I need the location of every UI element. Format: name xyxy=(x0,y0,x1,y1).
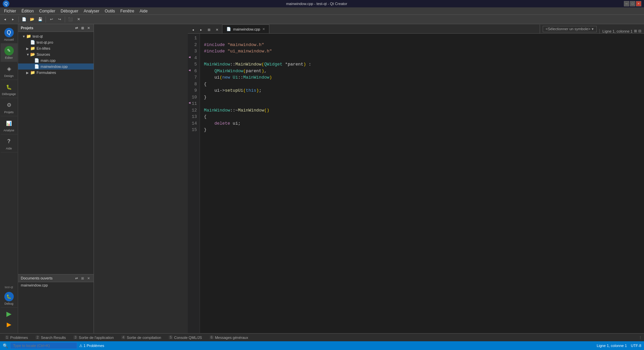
ln-10: 10 xyxy=(191,94,197,101)
tab-close-mainwindow[interactable]: ✕ xyxy=(262,27,265,31)
menu-compiler[interactable]: Compiler xyxy=(37,7,58,15)
undo-button[interactable]: ↩ xyxy=(48,16,55,23)
folder-icon-sources: 📂 xyxy=(30,52,35,57)
docs-close-icon[interactable]: ✕ xyxy=(86,276,91,280)
open-button[interactable]: 📂 xyxy=(29,16,36,23)
editor-tabs: ◂ ▸ ⊞ ✕ 📄 mainwindow.cpp ✕ <Sélectionner… xyxy=(188,24,644,34)
panel-sync-icon[interactable]: ⇄ xyxy=(74,26,79,30)
tab-label-console-qml: Console QML/JS xyxy=(174,336,202,340)
tab-close-button[interactable]: ✕ xyxy=(213,26,221,33)
sidebar-item-editer[interactable]: ✎ Éditer xyxy=(1,44,17,62)
tree-item-mainwindow-cpp[interactable]: ▶ 📄 mainwindow.cpp xyxy=(18,63,94,70)
project-tree: ▼ 📁 test-qt ▶ 📄 test-qt.pro ▶ 📁 En-têtes… xyxy=(18,32,94,274)
sidebar-item-accueil[interactable]: Q Accueil xyxy=(1,26,17,44)
tab-new-button[interactable]: ⊞ xyxy=(205,26,213,33)
close-editor-button[interactable]: ✕ xyxy=(75,16,82,23)
sidebar-item-debug-build[interactable]: 🐛 Debug xyxy=(1,290,17,308)
ln-15: 15 xyxy=(191,127,197,133)
build-project-label: test-qt xyxy=(1,285,17,290)
save-button[interactable]: 💾 xyxy=(37,16,44,23)
locate-input[interactable] xyxy=(10,342,77,349)
tree-item-main-cpp[interactable]: ▶ 📄 main.cpp xyxy=(18,57,94,63)
bottom-tab-messages[interactable]: 6 Messages généraux xyxy=(206,334,252,341)
sidebar-item-analyse[interactable]: 📊 Analyse xyxy=(1,116,17,134)
menu-analyser[interactable]: Analyser xyxy=(81,7,102,15)
sidebar-item-projets[interactable]: ⚙ Projets xyxy=(1,98,17,116)
menu-edition[interactable]: Édition xyxy=(19,7,37,15)
menu-outils[interactable]: Outils xyxy=(102,7,118,15)
layout-icon: ⊟ xyxy=(638,29,641,33)
ln-1: 1 xyxy=(191,35,197,42)
tree-arrow-sources: ▼ xyxy=(26,53,30,56)
tree-arrow-root: ▼ xyxy=(22,35,26,38)
sidebar-item-debug[interactable]: 🐛 Débogage xyxy=(1,80,17,98)
left-panel: Projets ⇄ ⊞ ✕ ▼ 📁 test-qt ▶ 📄 test-qt.pr… xyxy=(18,24,94,341)
code-line-9: } xyxy=(204,95,207,100)
sidebar-item-aide[interactable]: ? Aide xyxy=(1,134,17,152)
run-debug-button[interactable]: ▶ xyxy=(4,320,14,329)
forward-button[interactable]: ▸ xyxy=(9,16,17,23)
tab-forward-button[interactable]: ▸ xyxy=(197,26,205,33)
analyse-icon: 📊 xyxy=(4,119,14,128)
bottom-tab-sortie-app[interactable]: 3 Sortie de l'application xyxy=(70,334,117,341)
tab-num-1: 1 xyxy=(5,336,9,339)
docs-split-icon[interactable]: ⊞ xyxy=(80,276,85,280)
bottom-tab-problemes[interactable]: 1 Problèmes xyxy=(1,334,32,341)
back-button[interactable]: ◂ xyxy=(1,16,9,23)
symbol-selector[interactable]: <Sélectionner un symbole> ▾ xyxy=(543,26,597,32)
bottom-tab-search-results[interactable]: 2 Search Results xyxy=(32,334,69,341)
status-problems-count: 1 Problèmes xyxy=(84,344,104,348)
tab-label-problemes: Problèmes xyxy=(10,336,28,340)
menubar: Fichier Édition Compiler Déboguer Analys… xyxy=(0,7,644,15)
code-line-7: { xyxy=(204,82,207,87)
sidebar-item-design[interactable]: ◈ Design xyxy=(1,62,17,80)
sidebar-label-analyse: Analyse xyxy=(3,129,14,132)
snap-left-button[interactable]: ⬛ xyxy=(67,16,74,23)
tree-label-main-cpp: main.cpp xyxy=(41,58,56,62)
menu-fichier[interactable]: Fichier xyxy=(1,7,19,15)
panel-split-icon[interactable]: ⊞ xyxy=(80,26,85,30)
code-line-5: QMainWindow(parent), xyxy=(204,69,267,74)
doc-item-mainwindow[interactable]: mainwindow.cpp xyxy=(18,282,94,288)
tree-item-pro[interactable]: ▶ 📄 test-qt.pro xyxy=(18,39,94,45)
new-file-button[interactable]: 📄 xyxy=(20,16,28,23)
tree-item-sources[interactable]: ▼ 📂 Sources xyxy=(18,51,94,57)
redo-button[interactable]: ↪ xyxy=(56,16,63,23)
bottom-panel-more-icon[interactable]: ⋮ xyxy=(638,335,643,340)
main-toolbar: ◂ ▸ 📄 📂 💾 ↩ ↪ ⬛ ✕ xyxy=(0,15,644,24)
bottom-tab-console-qml[interactable]: 5 Console QML/JS xyxy=(165,334,206,341)
run-button[interactable]: ▶ xyxy=(4,309,14,318)
panel-close-icon[interactable]: ✕ xyxy=(86,26,91,30)
menu-fenetre[interactable]: Fenêtre xyxy=(118,7,137,15)
project-panel-header: Projets ⇄ ⊞ ✕ xyxy=(18,24,94,32)
code-content[interactable]: #include "mainwindow.h" #include "ui_mai… xyxy=(200,34,644,341)
titlebar: Q mainwindow.cpp - test-qt - Qt Creator … xyxy=(0,0,644,7)
code-line-8: ui->setupUi(this); xyxy=(204,88,262,93)
tree-arrow-headers: ▶ xyxy=(26,47,30,50)
tree-arrow-mainwindow-cpp: ▶ xyxy=(30,65,34,69)
bottom-tab-sortie-compile[interactable]: 4 Sortie de compilation xyxy=(118,334,165,341)
tab-text-mainwindow: mainwindow.cpp xyxy=(233,27,260,31)
expand-icon: ⊞ xyxy=(634,29,637,33)
sidebar-label-accueil: Accueil xyxy=(4,38,14,41)
tree-item-root[interactable]: ▼ 📁 test-qt xyxy=(18,33,94,39)
tree-item-headers[interactable]: ▶ 📁 En-têtes xyxy=(18,45,94,51)
tree-label-forms: Formulaires xyxy=(37,71,56,75)
code-editor[interactable]: ◀ ◀ ◀ 1 2 3 4 5 6 7 8 9 10 11 12 13 14 1… xyxy=(188,34,644,341)
maximize-button[interactable]: □ xyxy=(630,1,635,6)
menu-deboguer[interactable]: Déboguer xyxy=(58,7,81,15)
menu-aide[interactable]: Aide xyxy=(137,7,150,15)
tab-back-button[interactable]: ◂ xyxy=(189,26,197,33)
sidebar-icons: Q Accueil ✎ Éditer ◈ Design 🐛 Débogage ⚙… xyxy=(0,24,18,341)
tree-label-root: test-qt xyxy=(33,34,43,38)
titlebar-icon: Q xyxy=(3,0,9,7)
docs-panel: Documents ouverts ⇄ ⊞ ✕ mainwindow.cpp xyxy=(18,274,94,341)
tab-mainwindow-cpp[interactable]: 📄 mainwindow.cpp ✕ xyxy=(222,25,269,33)
tree-item-forms[interactable]: ▶ 📁 Formulaires xyxy=(18,70,94,76)
sidebar-label-debug-build: Debug xyxy=(4,302,13,305)
tab-label-search-results: Search Results xyxy=(41,336,66,340)
minimize-button[interactable]: ─ xyxy=(624,1,629,6)
locate-icon[interactable]: 🔍 xyxy=(3,343,8,348)
docs-sync-icon[interactable]: ⇄ xyxy=(74,276,79,280)
close-button[interactable]: ✕ xyxy=(636,1,641,6)
